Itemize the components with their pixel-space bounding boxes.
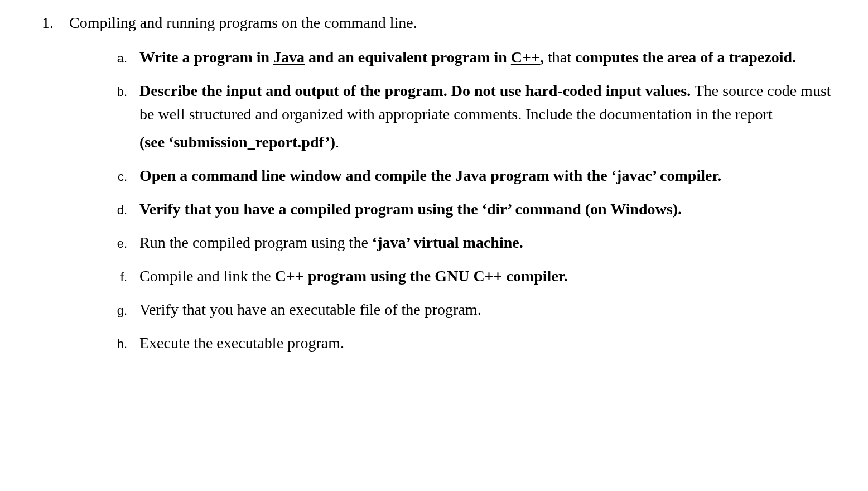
list-item-c: c. Open a command line window and compil… [114, 164, 835, 187]
list-marker-e: e. [114, 231, 127, 254]
text-plain: Run the compiled program using the [139, 234, 372, 251]
list-item-e: e. Run the compiled program using the ‘j… [114, 231, 835, 254]
text-bold: ‘java’ virtual machine. [372, 234, 523, 251]
list-content-g: Verify that you have an executable file … [139, 298, 835, 321]
list-content-a: Write a program in Java and an equivalen… [139, 46, 835, 69]
list-marker-b: b. [114, 79, 127, 154]
list-content-h: Execute the executable program. [139, 331, 835, 355]
paragraph-b2: (see ‘submission_report.pdf’). [139, 131, 835, 154]
text-bold: Write a program in [139, 49, 273, 66]
list-item-g: g. Verify that you have an executable fi… [114, 298, 835, 321]
main-heading: Compiling and running programs on the co… [69, 11, 835, 35]
list-item-f: f. Compile and link the C++ program usin… [114, 264, 835, 288]
list-marker-d: d. [114, 198, 127, 221]
list-item-d: d. Verify that you have a compiled progr… [114, 198, 835, 221]
list-item-h: h. Execute the executable program. [114, 331, 835, 355]
list-marker-1: 1. [33, 11, 54, 365]
list-item-a: a. Write a program in Java and an equiva… [114, 46, 835, 69]
list-content-f: Compile and link the C++ program using t… [139, 264, 835, 288]
list-marker-c: c. [114, 164, 127, 187]
ordered-list-main: 1. Compiling and running programs on the… [33, 11, 835, 365]
text-bold: Describe the input and output of the pro… [139, 82, 691, 99]
list-marker-h: h. [114, 331, 127, 355]
list-content-c: Open a command line window and compile t… [139, 164, 835, 187]
text-bold: computes the area of a trapezoid. [575, 49, 796, 66]
list-marker-g: g. [114, 298, 127, 321]
list-content-b: Describe the input and output of the pro… [139, 79, 835, 154]
text-java: Java [273, 49, 305, 66]
list-marker-a: a. [114, 46, 127, 69]
list-item-b: b. Describe the input and output of the … [114, 79, 835, 154]
list-content-e: Run the compiled program using the ‘java… [139, 231, 835, 254]
text-plain: that [544, 49, 575, 66]
text-comma: , [540, 49, 544, 66]
text-plain: Compile and link the [139, 267, 275, 285]
text-cpp: C++ [511, 49, 540, 66]
paragraph-b1: Describe the input and output of the pro… [139, 79, 835, 126]
ordered-list-sub: a. Write a program in Java and an equiva… [69, 46, 835, 355]
list-content-d: Verify that you have a compiled program … [139, 198, 835, 221]
text-bold: and an equivalent program in [305, 49, 511, 66]
list-item-1: 1. Compiling and running programs on the… [33, 11, 835, 365]
list-content-1: Compiling and running programs on the co… [69, 11, 835, 365]
text-bold: C++ program using the GNU C++ compiler. [275, 267, 568, 285]
text-bold: (see ‘submission_report.pdf’) [139, 133, 335, 151]
list-marker-f: f. [114, 264, 127, 288]
text-plain: . [335, 133, 339, 151]
